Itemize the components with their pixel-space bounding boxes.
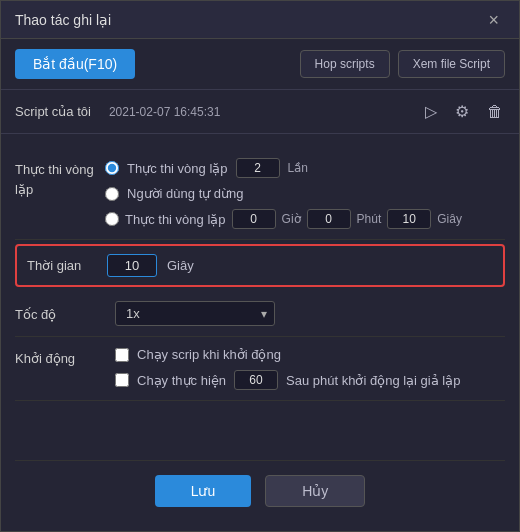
loop-options: Thực thi vòng lặp Lần Người dùng tự dừng… xyxy=(105,158,505,229)
loop-radio-1[interactable] xyxy=(105,161,119,175)
start-button[interactable]: Bắt đầu(F10) xyxy=(15,49,135,79)
title-bar: Thao tác ghi lại × xyxy=(1,1,519,39)
settings-script-button[interactable]: ⚙ xyxy=(453,100,471,123)
cancel-button[interactable]: Hủy xyxy=(265,475,365,507)
startup-checkbox-row-2: Chạy thực hiện Sau phút khởi động lại gi… xyxy=(115,370,460,390)
startup-minutes-input[interactable] xyxy=(234,370,278,390)
loop-min-input[interactable] xyxy=(307,209,351,229)
startup-label: Khởi động xyxy=(15,347,105,369)
startup-checkbox-1[interactable] xyxy=(115,348,129,362)
time-unit: Giây xyxy=(167,258,194,273)
startup-checkbox-2-suffix: Sau phút khởi động lại giả lập xyxy=(286,373,460,388)
loop-count-input[interactable] xyxy=(236,158,280,178)
loop-unit-1: Lần xyxy=(288,161,308,175)
loop-section: Thực thi vòng lặp Thực thi vòng lặp Lần … xyxy=(15,148,505,240)
play-script-button[interactable]: ▷ xyxy=(423,100,439,123)
loop-radio-3[interactable] xyxy=(105,212,119,226)
close-button[interactable]: × xyxy=(482,9,505,31)
footer: Lưu Hủy xyxy=(15,460,505,521)
script-info-row: Script của tôi 2021-02-07 16:45:31 ▷ ⚙ 🗑 xyxy=(1,90,519,134)
window-title: Thao tác ghi lại xyxy=(15,12,111,28)
loop-min-unit: Phút xyxy=(357,212,382,226)
loop-sec-input[interactable] xyxy=(387,209,431,229)
startup-checkbox-1-label: Chạy scrip khi khởi động xyxy=(137,347,281,362)
script-date: 2021-02-07 16:45:31 xyxy=(109,105,220,119)
loop-radio-row-3: Thực thi vòng lặp Giờ Phút Giây xyxy=(105,209,505,229)
startup-section: Khởi động Chạy scrip khi khởi động Chạy … xyxy=(15,337,505,401)
loop-hour-unit: Giờ xyxy=(282,212,301,226)
time-label: Thời gian xyxy=(27,258,97,273)
save-button[interactable]: Lưu xyxy=(155,475,252,507)
speed-select-wrap: 0.5x 1x 1.5x 2x 4x xyxy=(115,301,275,326)
loop-radio-row-1: Thực thi vòng lặp Lần xyxy=(105,158,505,178)
speed-label: Tốc độ xyxy=(15,303,105,325)
loop-hour-input[interactable] xyxy=(232,209,276,229)
content-area: Thực thi vòng lặp Thực thi vòng lặp Lần … xyxy=(1,134,519,531)
loop-label: Thực thi vòng lặp xyxy=(15,158,105,199)
toolbar: Bắt đầu(F10) Hop scripts Xem file Script xyxy=(1,39,519,90)
main-window: Thao tác ghi lại × Bắt đầu(F10) Hop scri… xyxy=(0,0,520,532)
speed-section: Tốc độ 0.5x 1x 1.5x 2x 4x xyxy=(15,291,505,337)
time-section: Thời gian Giây xyxy=(15,244,505,287)
loop-radio-1-label: Thực thi vòng lặp xyxy=(127,161,228,176)
startup-checkbox-row-1: Chạy scrip khi khởi động xyxy=(115,347,460,362)
delete-script-button[interactable]: 🗑 xyxy=(485,101,505,123)
script-actions: ▷ ⚙ 🗑 xyxy=(423,100,505,123)
startup-checkbox-2[interactable] xyxy=(115,373,129,387)
view-script-button[interactable]: Xem file Script xyxy=(398,50,505,78)
time-input[interactable] xyxy=(107,254,157,277)
loop-radio-2-label: Người dùng tự dừng xyxy=(127,186,244,201)
loop-radio-3-label: Thực thi vòng lặp xyxy=(125,212,226,227)
loop-radio-row-2: Người dùng tự dừng xyxy=(105,186,505,201)
loop-radio-2[interactable] xyxy=(105,187,119,201)
toolbar-right: Hop scripts Xem file Script xyxy=(300,50,505,78)
startup-options: Chạy scrip khi khởi động Chạy thực hiện … xyxy=(115,347,460,390)
loop-sec-unit: Giây xyxy=(437,212,462,226)
startup-checkbox-2-label: Chạy thực hiện xyxy=(137,373,226,388)
hop-scripts-button[interactable]: Hop scripts xyxy=(300,50,390,78)
script-name: Script của tôi xyxy=(15,104,91,119)
speed-select[interactable]: 0.5x 1x 1.5x 2x 4x xyxy=(115,301,275,326)
